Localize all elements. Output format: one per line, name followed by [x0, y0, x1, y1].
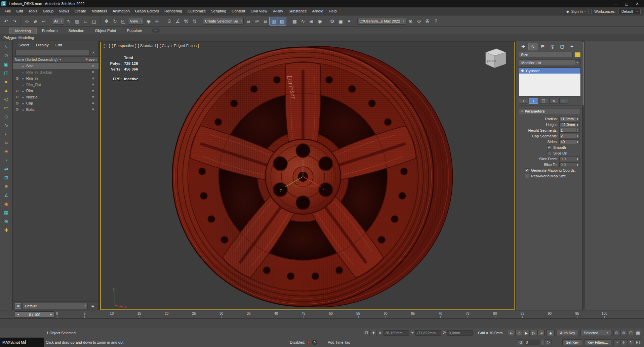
select-by-name-icon[interactable]: ▤	[73, 17, 81, 25]
box-primitive-icon[interactable]: ▣	[2, 60, 11, 68]
menu-item[interactable]: Animation	[110, 7, 132, 15]
viewport-pov-menu[interactable]: [ Perspective ]	[112, 44, 136, 48]
parameter-checkbox[interactable]	[547, 151, 551, 155]
spinner-arrows-icon[interactable]: ▲▼	[576, 128, 579, 132]
current-frame-field[interactable]: 0	[524, 340, 540, 345]
explorer-menu[interactable]: Edit	[52, 43, 65, 47]
menu-item[interactable]: Create	[72, 7, 89, 15]
select-and-scale-icon[interactable]: ◰	[119, 17, 127, 25]
set-keys-button[interactable]: +	[547, 330, 555, 336]
graphite-ribbon-icon[interactable]: ▦	[290, 17, 298, 25]
workspace-tools-icon[interactable]: ✇	[424, 17, 432, 25]
parameter-checkbox[interactable]	[547, 145, 551, 149]
undo-icon[interactable]: ↶	[2, 17, 10, 25]
zoom-extents-icon[interactable]: ⊡	[628, 330, 634, 336]
previous-frame-button[interactable]: ◁	[515, 330, 522, 336]
hierarchy-tab-icon[interactable]: ⊟	[538, 43, 547, 50]
loft-icon[interactable]: ≋	[2, 138, 11, 147]
timeline-tick[interactable]: 55	[358, 310, 386, 318]
timeline-tick[interactable]: 85	[522, 310, 550, 318]
frozen-toggle-icon[interactable]	[89, 107, 97, 111]
toggle-scene-explorer-icon[interactable]: ▥	[270, 17, 278, 25]
frozen-toggle-icon[interactable]	[89, 64, 97, 68]
uvw-map-icon[interactable]: ▦	[2, 208, 11, 217]
ribbon-tab[interactable]: Object Paint	[90, 28, 122, 34]
parameter-spinner-field[interactable]: 2 ▲▼	[559, 134, 579, 138]
create-tab-icon[interactable]: ✚	[519, 43, 527, 50]
minimize-button[interactable]: —	[610, 0, 621, 7]
menu-item[interactable]: Group	[40, 7, 56, 15]
selection-lock-icon[interactable]: ✦	[370, 330, 377, 336]
scene-object-row[interactable]: Cap	[13, 100, 98, 106]
explorer-search-input[interactable]	[15, 50, 89, 55]
viewport-general-menu[interactable]: [ + ]	[104, 44, 110, 48]
menu-item[interactable]: Rendering	[162, 7, 185, 15]
visibility-eye-icon[interactable]	[14, 95, 20, 99]
reference-coordinate-dropdown[interactable]: View ▾	[128, 18, 144, 25]
motion-tab-icon[interactable]: ◎	[548, 43, 557, 50]
show-end-result-icon[interactable]: ‖	[529, 98, 538, 104]
pin-stack-icon[interactable]: ⌖	[519, 98, 528, 104]
sign-in-button[interactable]: ☻ Sign In ▾	[563, 9, 589, 14]
spinner-snap-icon[interactable]: ⇅	[191, 17, 199, 25]
shapes-icon[interactable]: ◇	[2, 112, 11, 121]
frozen-toggle-icon[interactable]	[89, 89, 97, 93]
display-tab-icon[interactable]: ▢	[558, 43, 566, 50]
snap-magnet-icon[interactable]: ⊙	[2, 51, 11, 59]
mirror-tool-icon[interactable]: ⇌	[2, 165, 11, 173]
camera-icon[interactable]: ◔	[2, 156, 11, 164]
isolate-selection-icon[interactable]: ⊡	[363, 330, 370, 336]
explorer-menu[interactable]: Select	[15, 43, 32, 47]
next-frame-arrow-icon[interactable]: ►	[50, 313, 52, 316]
spline-icon[interactable]: ∿	[2, 121, 11, 129]
render-production-icon[interactable]: ✦	[345, 17, 353, 25]
cone-primitive-icon[interactable]: ▲	[2, 86, 11, 94]
select-and-manipulate-icon[interactable]: ✛	[153, 17, 161, 25]
snap-toggle-icon[interactable]: 3	[165, 17, 173, 25]
parameters-rollout-header[interactable]: ▾ Parameters	[519, 108, 581, 114]
timeline-tick[interactable]: 90	[550, 310, 577, 318]
maxscript-mini-listener[interactable]: MAXScript Mi	[0, 338, 44, 347]
frozen-column-header[interactable]: Frozen	[85, 57, 96, 61]
sphere-primitive-icon[interactable]: ●	[2, 77, 11, 86]
workspaces-dropdown[interactable]: Default ▾	[618, 9, 641, 14]
timeline-tick[interactable]: 70	[440, 310, 468, 318]
make-unique-icon[interactable]: ❏	[539, 98, 548, 104]
layer-manager-icon[interactable]: ▤	[278, 17, 286, 25]
visibility-eye-icon[interactable]	[14, 89, 20, 93]
visibility-eye-icon[interactable]	[14, 107, 20, 112]
material-sphere-icon[interactable]: ◉	[2, 200, 11, 208]
frozen-toggle-icon[interactable]	[89, 95, 97, 99]
previous-frame-arrow-icon[interactable]: ◄	[17, 313, 19, 316]
modifier-enabled-icon[interactable]	[521, 69, 524, 72]
menu-item[interactable]: V-Ray	[270, 7, 286, 15]
z-coordinate-field[interactable]: 0,0mm	[447, 330, 473, 336]
scene-object-row[interactable]: Size	[13, 63, 98, 69]
timeline-tick[interactable]: 80	[495, 310, 522, 318]
timeline-tick[interactable]: 15	[139, 310, 166, 318]
spinner-arrows-icon[interactable]: ▲▼	[576, 157, 579, 161]
frozen-toggle-icon[interactable]	[89, 83, 97, 86]
timeline-tick[interactable]: 100	[604, 310, 632, 318]
menu-item[interactable]: Graph Editors	[132, 7, 162, 15]
key-mode-dropdown[interactable]: Selected ▾	[580, 330, 611, 336]
asset-library-icon[interactable]: ⊛	[407, 17, 415, 25]
menu-item[interactable]: Customize	[185, 7, 208, 15]
frozen-toggle-icon[interactable]	[89, 70, 97, 74]
menu-item[interactable]: Edit	[14, 7, 26, 15]
menu-item[interactable]: File	[2, 7, 14, 15]
configure-modifier-sets-icon[interactable]: ⊞	[559, 98, 568, 104]
ribbon-tab[interactable]: Selection	[63, 28, 89, 34]
utilities-tab-icon[interactable]: ✦	[568, 43, 576, 50]
parameter-spinner-field[interactable]: 11,3mm ▲▼	[559, 117, 579, 121]
object-name-field[interactable]: Size	[519, 52, 573, 57]
parameter-checkbox[interactable]	[525, 174, 529, 178]
track-bar-keys-area[interactable]	[0, 319, 644, 328]
explorer-menu[interactable]: Display	[33, 43, 52, 47]
close-button[interactable]: ✕	[632, 0, 643, 7]
project-folder-combo[interactable]: C:\Users\m...s Max 2022 ▾	[357, 18, 406, 25]
scene-object-row[interactable]: Bolts	[13, 106, 98, 113]
align-icon[interactable]: ≣	[261, 17, 269, 25]
modifier-stack-item[interactable]: Cylinder	[519, 68, 580, 74]
select-and-link-icon[interactable]: ∞	[23, 17, 31, 25]
